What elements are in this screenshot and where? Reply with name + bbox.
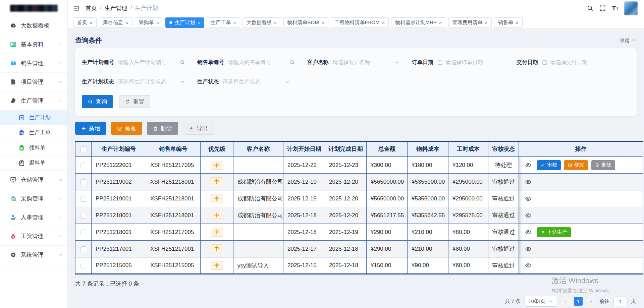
sidebar-item-生产管理[interactable]: 生产管理 xyxy=(0,91,67,110)
goto-page-input[interactable] xyxy=(613,297,627,306)
close-icon[interactable]: × xyxy=(382,20,385,25)
query-row-1: 生产计划编号 销售单编号 客户名称 xyxy=(82,56,630,68)
tab-生产计划[interactable]: 生产计划× xyxy=(165,17,204,28)
page-1-button[interactable]: 1 xyxy=(574,297,583,306)
close-icon[interactable]: × xyxy=(439,20,442,25)
sidebar-item-销售管理[interactable]: 销售管理 xyxy=(0,54,67,73)
row-delete-button[interactable]: 删除 xyxy=(591,160,615,170)
search-icon[interactable] xyxy=(587,5,593,11)
sidebar-item-退料单[interactable]: 退料单 xyxy=(0,156,67,171)
row-approve-button[interactable]: 审核 xyxy=(537,160,561,170)
tab-工程物料清单EBOM[interactable]: 工程物料清单EBOM× xyxy=(331,17,389,28)
view-button[interactable] xyxy=(525,195,532,202)
chevron-down-icon xyxy=(58,196,63,201)
page-size-select[interactable]: 10条/页 xyxy=(525,296,557,307)
row-checkbox[interactable] xyxy=(80,230,86,235)
search-button[interactable]: 查询 xyxy=(82,95,113,108)
sidebar-item-基本资料[interactable]: 基本资料 xyxy=(0,35,67,54)
tab-物料需求计划MRP[interactable]: 物料需求计划MRP× xyxy=(391,17,446,28)
view-button[interactable] xyxy=(525,262,532,269)
delete-button[interactable]: 删除 xyxy=(147,122,178,135)
row-edit-button[interactable]: 修改 xyxy=(564,160,588,170)
cell-audit: 审核通过 xyxy=(488,190,519,207)
user-avatar[interactable] xyxy=(624,1,638,15)
prev-page-button[interactable]: ‹ xyxy=(561,297,570,306)
reset-button[interactable]: 重置 xyxy=(119,95,150,108)
chevron-down-icon xyxy=(394,60,400,65)
row-checkbox[interactable] xyxy=(80,179,86,185)
customer-name-input[interactable] xyxy=(333,59,392,65)
delivery-date-input[interactable] xyxy=(550,59,609,65)
plan-status-input[interactable] xyxy=(118,79,177,85)
customer-name-select[interactable] xyxy=(333,56,400,68)
sales-order-no-input[interactable] xyxy=(228,59,287,65)
sidebar-item-生产计划[interactable]: 生产计划 xyxy=(0,110,67,125)
close-icon[interactable]: × xyxy=(516,20,519,25)
order-date-input[interactable] xyxy=(445,59,504,65)
column-header-生产计划编号: 生产计划编号 xyxy=(92,141,146,157)
row-checkbox[interactable] xyxy=(80,196,86,202)
view-button[interactable] xyxy=(525,179,532,185)
order-date-picker[interactable] xyxy=(437,56,504,68)
chevron-down-icon xyxy=(58,215,63,220)
view-button[interactable] xyxy=(525,212,532,219)
tab-采购单[interactable]: 采购单× xyxy=(135,17,163,28)
tab-物料清单BOM[interactable]: 物料清单BOM× xyxy=(283,17,328,28)
sidebar-item-人事管理[interactable]: 人事管理 xyxy=(0,208,67,227)
tab-label: 工程物料清单EBOM xyxy=(335,19,380,26)
tab-label: 管理费用清单 xyxy=(452,19,483,26)
search-icon xyxy=(180,60,185,65)
font-size-icon[interactable]: TT xyxy=(612,5,619,12)
delete-button-label: 删除 xyxy=(161,125,172,132)
column-header-计划开始日期: 计划开始日期 xyxy=(283,141,325,157)
sidebar-item-采购管理[interactable]: 采购管理 xyxy=(0,189,67,208)
close-icon[interactable]: × xyxy=(233,20,236,25)
view-button[interactable] xyxy=(525,229,532,236)
sidebar-item-大数据看板[interactable]: 大数据看板 xyxy=(0,16,67,35)
tab-管理费用清单[interactable]: 管理费用清单× xyxy=(448,17,492,28)
collapse-sidebar-icon[interactable] xyxy=(73,5,79,11)
edit-button[interactable]: 修改 xyxy=(111,122,142,135)
close-icon[interactable]: × xyxy=(156,20,159,25)
breadcrumb-home[interactable]: 首页 xyxy=(86,4,97,12)
tab-销售单[interactable]: 销售单× xyxy=(494,17,523,28)
next-page-button[interactable]: › xyxy=(587,297,595,306)
select-all-checkbox[interactable] xyxy=(80,146,86,152)
sidebar-item-label: 生产工单 xyxy=(29,129,63,136)
production-status-input[interactable] xyxy=(223,79,282,85)
row-checkbox[interactable] xyxy=(80,163,86,168)
row-checkbox[interactable] xyxy=(80,246,86,252)
close-icon[interactable]: × xyxy=(90,20,93,25)
plan-status-select[interactable] xyxy=(118,76,185,88)
tab-首页[interactable]: 首页× xyxy=(73,17,97,28)
sidebar-item-仓储管理[interactable]: 仓储管理 xyxy=(0,171,67,189)
close-icon[interactable]: × xyxy=(485,20,488,25)
production-status-select[interactable] xyxy=(223,76,290,88)
sidebar-item-项目管理[interactable]: 项目管理 xyxy=(0,73,67,91)
sidebar-item-工资管理[interactable]: 工资管理 xyxy=(0,227,67,246)
close-icon[interactable]: × xyxy=(321,20,324,25)
fullscreen-icon[interactable] xyxy=(599,5,606,11)
row-checkbox[interactable] xyxy=(80,213,86,219)
close-icon[interactable]: × xyxy=(274,20,277,25)
row-dispatch-button[interactable]: 下达生产 xyxy=(537,227,571,237)
view-button[interactable] xyxy=(525,246,532,252)
tab-大数据看板[interactable]: 大数据看板× xyxy=(243,17,281,28)
row-checkbox[interactable] xyxy=(80,263,86,268)
tab-库存信息[interactable]: 库存信息× xyxy=(99,17,132,28)
collapse-query-button[interactable]: 收起 xyxy=(620,37,637,44)
close-icon[interactable]: × xyxy=(125,20,128,25)
breadcrumb-production-management[interactable]: 生产管理 xyxy=(105,4,127,12)
delivery-date-picker[interactable] xyxy=(542,56,609,68)
add-button[interactable]: 新增 xyxy=(75,122,106,135)
app-logo xyxy=(0,0,67,16)
sidebar-item-领料单[interactable]: 领料单 xyxy=(0,140,67,156)
production-plan-no-input[interactable] xyxy=(118,59,177,65)
sidebar-item-生产工单[interactable]: 生产工单 xyxy=(0,125,67,140)
export-button[interactable]: 导出 xyxy=(183,122,214,135)
field-sales-order-no: 销售单编号 xyxy=(197,56,295,68)
tab-生产工单[interactable]: 生产工单× xyxy=(207,17,240,28)
sidebar-item-系统管理[interactable]: 系统管理 xyxy=(0,246,67,264)
close-icon[interactable]: × xyxy=(197,20,200,25)
view-button[interactable] xyxy=(525,162,532,169)
